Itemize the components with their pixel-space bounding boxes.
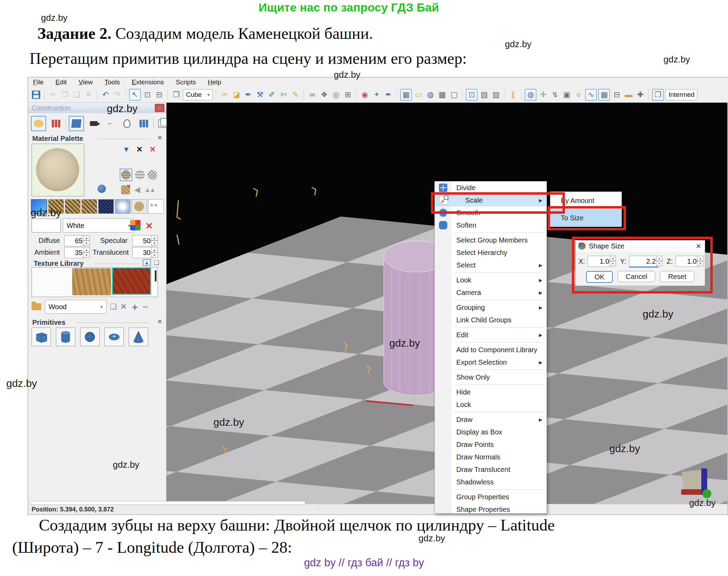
menu-view[interactable]: View <box>78 78 93 86</box>
redo-icon[interactable]: ↷ <box>112 90 122 100</box>
menu-item-soften[interactable]: Soften <box>435 219 547 231</box>
bulb-icon[interactable] <box>120 117 134 130</box>
delete-red-icon[interactable]: ✕ <box>147 144 158 155</box>
x-stepper[interactable]: ▴▾ <box>610 256 616 266</box>
construction-titlebar[interactable]: Construction ✕ <box>28 103 166 113</box>
paste-icon[interactable]: ❏ <box>71 90 82 100</box>
ambient-stepper[interactable]: ▴▾ <box>83 247 90 257</box>
menu-item-divide[interactable]: Divide <box>435 181 547 194</box>
submenu-item-to-size[interactable]: To Size <box>550 209 621 227</box>
tag-icon[interactable] <box>87 117 101 130</box>
primitive-dropdown[interactable]: Cube ▾ <box>183 89 213 100</box>
menu-item-smooth[interactable]: Smooth <box>435 206 547 219</box>
cube-tool-icon[interactable]: ❒ <box>171 90 181 100</box>
eyedropper-icon[interactable]: ✒ <box>243 90 253 100</box>
menu-item-lock[interactable]: Lock <box>435 398 547 411</box>
light-bulb-icon[interactable]: ○ <box>573 90 584 100</box>
menu-item-shape-properties[interactable]: Shape Properties <box>435 503 547 516</box>
x-field[interactable]: 1.0 <box>587 256 612 267</box>
translucent-value[interactable]: 30 <box>132 247 153 258</box>
mirror-left-icon[interactable]: ◀ <box>134 185 140 194</box>
grid-tool-icon[interactable]: ▦ <box>598 89 610 101</box>
submenu-item-by-amount[interactable]: By Amount <box>550 192 621 209</box>
window-view-icon[interactable]: ❐ <box>652 89 664 101</box>
select-marquee-icon[interactable]: ⊟ <box>154 90 164 100</box>
tab-sphere[interactable] <box>132 199 147 214</box>
primitive-torus-icon[interactable] <box>104 328 124 346</box>
split-columns-icon[interactable]: ∥ <box>508 90 518 100</box>
filter-funnel-icon[interactable]: ▼ <box>121 144 132 155</box>
camera-icon[interactable]: ▣ <box>561 90 572 100</box>
z-field[interactable]: 1.0 <box>676 256 699 267</box>
menu-item-scale[interactable]: Scale▶ <box>435 194 547 206</box>
translucent-stepper[interactable]: ▴▾ <box>151 247 158 257</box>
delete-icon[interactable]: ✕ <box>83 90 94 100</box>
horizontal-scrollbar[interactable] <box>30 501 305 505</box>
menu-item-grouping[interactable]: Grouping▶ <box>435 301 547 314</box>
primitive-cone-icon[interactable] <box>129 328 148 346</box>
dialog-close-icon[interactable]: ✕ <box>696 242 701 250</box>
ok-button[interactable]: OK <box>586 271 613 283</box>
zoom-icon[interactable]: ◎ <box>331 90 341 100</box>
folder-icon[interactable] <box>32 303 41 310</box>
y-field[interactable]: 2.2 <box>629 256 658 268</box>
menu-item-group-properties[interactable]: Group Properties <box>435 491 547 503</box>
tab-sand-2[interactable] <box>65 199 81 214</box>
menu-item-draw-normals[interactable]: Draw Normals <box>435 451 547 463</box>
dialog-titlebar[interactable]: Shape Size ✕ <box>576 240 705 252</box>
menu-extensions[interactable]: Extensions <box>132 78 164 86</box>
blue-pen-icon[interactable]: ✒ <box>383 90 393 100</box>
knot-icon[interactable]: ∞ <box>307 90 318 100</box>
globe-box-icon[interactable]: ◍ <box>425 90 435 100</box>
color-well[interactable] <box>32 219 61 232</box>
stylus-icon[interactable]: ✐ <box>266 90 277 100</box>
level-dropdown[interactable]: Intermed <box>665 89 697 100</box>
tab-list[interactable] <box>148 199 164 214</box>
select-cursor-icon[interactable]: ↖ <box>129 89 141 101</box>
menu-help[interactable]: Help <box>208 78 221 86</box>
y-stepper[interactable]: ▴▾ <box>656 256 662 266</box>
ambient-value[interactable]: 35 <box>64 247 85 258</box>
mirror-pair-icon[interactable]: ▲▲ <box>144 186 155 194</box>
subtract-icon[interactable]: − <box>143 302 148 312</box>
material-palette-close-icon[interactable]: ✕ <box>157 134 162 142</box>
menu-item-shadowless[interactable]: Shadowless <box>435 476 547 488</box>
edit-box-icon[interactable]: ✎ <box>290 90 300 100</box>
menu-item-draw-points[interactable]: Draw Points <box>435 438 547 451</box>
blue-library-icon[interactable] <box>137 117 151 130</box>
menu-item-link-child-groups[interactable]: Link Child Groups <box>435 314 547 326</box>
green-marker-icon[interactable]: ✦ <box>371 90 382 100</box>
menu-item-export-selection[interactable]: Export Selection▶ <box>435 356 547 369</box>
texture-cube-icon[interactable]: ▧ <box>491 90 501 100</box>
texture-swatch-redbrown-selected[interactable] <box>112 267 151 295</box>
specular-value[interactable]: 50 <box>132 235 153 246</box>
menu-item-select[interactable]: Select▶ <box>435 259 547 271</box>
delete-black-icon[interactable]: ✕ <box>134 144 145 155</box>
comment-bubble-icon[interactable]: ❑ <box>154 259 159 266</box>
cube-category-icon[interactable] <box>69 116 84 131</box>
menu-item-hide[interactable]: Hide <box>435 386 547 398</box>
red-lens-icon[interactable]: ◉ <box>359 90 370 100</box>
texture-category-dropdown[interactable]: Wood ▾ <box>45 300 107 314</box>
menu-item-draw[interactable]: Draw▶ <box>435 413 547 426</box>
blue-sphere-icon[interactable] <box>98 185 106 193</box>
primitive-sphere-icon[interactable] <box>80 328 100 346</box>
color-delete-icon[interactable]: ✕ <box>145 221 153 231</box>
brick-sphere-icon[interactable] <box>120 169 132 181</box>
wire-sphere-icon[interactable]: ◍ <box>525 89 536 101</box>
eraser-icon[interactable]: ▬ <box>623 90 634 100</box>
copy-icon[interactable]: ❐ <box>60 90 70 100</box>
color-cube-icon[interactable]: ▨ <box>479 90 489 100</box>
menu-item-add-to-component-library[interactable]: Add to Component Library <box>435 344 547 356</box>
tab-glow[interactable] <box>115 199 130 214</box>
pin-icon[interactable]: ✚ <box>635 90 645 100</box>
tab-navy-grid[interactable] <box>98 199 114 214</box>
diffuse-value[interactable]: 65 <box>64 235 85 246</box>
snip-icon[interactable]: ✄ <box>278 90 289 100</box>
red-library-icon[interactable] <box>49 117 63 130</box>
checker-sphere-icon[interactable] <box>147 170 157 180</box>
color-dropdown[interactable]: White ▾ <box>63 219 134 232</box>
texture-scrollbar[interactable] <box>155 270 156 281</box>
paintbrush-icon[interactable]: ✑ <box>219 90 230 100</box>
menu-item-edit[interactable]: Edit▶ <box>435 329 547 341</box>
